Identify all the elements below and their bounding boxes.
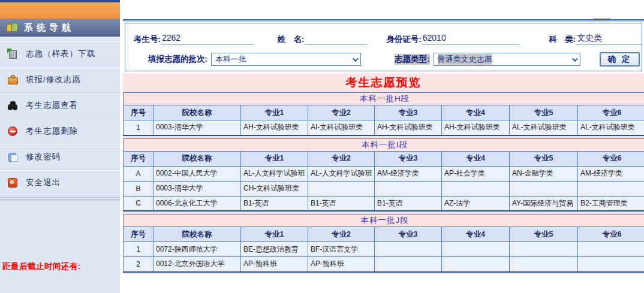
wish-preview-panel: 考生志愿预览 本科一批H段序号院校名称专业1专业2专业3专业4专业5专业6100… [123, 73, 644, 274]
major-cell [442, 242, 510, 257]
batch-label: 填报志愿的批次: [148, 54, 207, 65]
major-cell: AM-经济学类 [375, 166, 442, 181]
column-header: 专业5 [510, 151, 578, 166]
major-cell [442, 181, 510, 196]
major-cell: B1-英语 [308, 196, 375, 211]
clipboard-icon [7, 152, 19, 163]
column-header: 专业4 [442, 151, 510, 166]
column-header: 专业3 [375, 151, 442, 166]
sidebar-menu: 志愿（样表）下载填报/修改志愿考生志愿查看考生志愿删除修改密码安全退出 [0, 37, 120, 196]
major-cell [442, 257, 510, 272]
column-header: 专业5 [510, 227, 578, 242]
major-cell [510, 257, 578, 272]
section-title: 本科一批J段 [124, 215, 644, 227]
confirm-button[interactable]: 确 定 [600, 52, 640, 67]
column-header: 专业5 [510, 105, 578, 120]
batch-select-value: 本科一批 [215, 54, 246, 65]
college-cell: 0012-北京外国语大学 [154, 257, 241, 272]
major-cell: AP-预科班 [241, 257, 308, 272]
sidebar-orange-banner [0, 2, 120, 19]
major-cell: AI-文科试验班类 [308, 120, 375, 135]
serial-cell: C [124, 196, 154, 211]
wish-type-select[interactable]: 普通类文史志愿 [434, 53, 580, 66]
preview-title: 考生志愿预览 [123, 73, 644, 92]
section-title: 本科一批I段 [124, 138, 644, 151]
column-header: 专业6 [578, 227, 644, 242]
column-header: 院校名称 [154, 105, 241, 120]
sidebar-item-1[interactable]: 填报/修改志愿 [0, 67, 120, 93]
major-cell: AH-文科试验班类 [241, 120, 308, 135]
sidebar-item-5[interactable]: 安全退出 [0, 170, 120, 196]
section-title: 本科一批H段 [124, 93, 644, 105]
serial-cell: B [124, 181, 154, 196]
exam-no-label: 考生号: [134, 34, 161, 45]
sidebar-item-label: 考生志愿删除 [26, 126, 78, 137]
major-cell [375, 181, 442, 196]
column-header: 序号 [124, 227, 154, 242]
major-cell: AH-文科试验班类 [442, 120, 510, 135]
preview-tables: 本科一批H段序号院校名称专业1专业2专业3专业4专业5专业610003-清华大学… [123, 92, 644, 273]
top-separator-notch [594, 19, 610, 20]
table-row: 10003-清华大学AH-文科试验班类AI-文科试验班类AH-文科试验班类AH-… [124, 120, 644, 135]
major-cell: AM-经济学类 [578, 166, 644, 181]
serial-cell: 1 [124, 242, 154, 257]
sidebar-item-0[interactable]: 志愿（样表）下载 [0, 41, 120, 67]
major-cell: AN-金融学类 [510, 166, 578, 181]
serial-cell: A [124, 166, 154, 181]
major-cell [578, 257, 644, 272]
column-header: 专业1 [241, 151, 308, 166]
batch-select[interactable]: 本科一批 [211, 53, 361, 66]
column-header: 专业2 [308, 227, 375, 242]
major-cell: AY-国际经济与贸易 [510, 196, 578, 211]
college-cell: 0003-清华大学 [154, 181, 241, 196]
major-cell: AL-文科试验班类 [510, 120, 578, 135]
batch-select-row: 填报志愿的批次: 本科一批 志愿类型: 普通类文史志愿 确 定 [125, 52, 642, 67]
wish-type-label: 志愿类型: [395, 54, 430, 65]
exam-no-input[interactable]: 2262 [161, 33, 254, 45]
major-cell: BE-思想政治教育 [241, 242, 308, 257]
column-header: 专业1 [241, 227, 308, 242]
major-cell: AP-社会学类 [442, 166, 510, 181]
delete-icon [7, 126, 19, 137]
major-cell: AL-人文科学试验班 [241, 166, 308, 181]
sidebar-item-label: 填报/修改志愿 [26, 74, 81, 85]
major-cell: CH-文科试验班类 [241, 181, 308, 196]
column-header: 专业3 [375, 105, 442, 120]
wish-type-select-value: 普通类文史志愿 [438, 54, 492, 65]
sidebar-item-label: 安全退出 [26, 177, 61, 188]
exit-icon [7, 177, 19, 189]
major-cell [510, 242, 578, 257]
major-cell [578, 181, 644, 196]
sidebar: 系统导航 志愿（样表）下载填报/修改志愿考生志愿查看考生志愿删除修改密码安全退出… [0, 0, 120, 293]
binoculars-icon [7, 100, 19, 111]
sidebar-item-label: 考生志愿查看 [26, 100, 78, 111]
column-header: 专业4 [442, 105, 510, 120]
chevron-down-icon [353, 56, 359, 62]
major-cell [375, 257, 442, 272]
major-cell: B2-工商管理类 [578, 196, 644, 211]
table-row: 10072-陕西师范大学BE-思想政治教育BF-汉语言文学 [124, 242, 644, 257]
preview-table-1: 本科一批I段序号院校名称专业1专业2专业3专业4专业5专业6A0002-中国人民… [123, 138, 644, 212]
candidate-info-panel: 考生号: 2262 姓 名: 身份证号: 62010 科 类: 文史类 填报志愿… [125, 23, 642, 71]
name-input[interactable] [305, 33, 368, 45]
sidebar-item-3[interactable]: 考生志愿删除 [0, 119, 120, 144]
sidebar-divider [0, 197, 120, 199]
column-header: 专业6 [578, 151, 644, 166]
college-cell: 0002-中国人民大学 [154, 166, 241, 181]
sidebar-item-2[interactable]: 考生志愿查看 [0, 93, 120, 119]
subject-category-input[interactable]: 文史类 [576, 33, 642, 45]
column-header: 序号 [124, 105, 154, 120]
main-area: 考生号: 2262 姓 名: 身份证号: 62010 科 类: 文史类 填报志愿… [123, 0, 644, 293]
major-cell: AH-文科试验班类 [375, 120, 442, 135]
id-number-input[interactable]: 62010 [422, 33, 520, 45]
preview-table-0: 本科一批H段序号院校名称专业1专业2专业3专业4专业5专业610003-清华大学… [123, 92, 644, 136]
sidebar-item-4[interactable]: 修改密码 [0, 144, 120, 170]
major-cell: AZ-法学 [442, 196, 510, 211]
table-row: B0003-清华大学CH-文科试验班类 [124, 181, 644, 196]
column-header: 专业3 [375, 227, 442, 242]
column-header: 院校名称 [154, 151, 241, 166]
major-cell: B1-英语 [241, 196, 308, 211]
system-nav-icon [6, 22, 19, 33]
preview-table-2: 本科一批J段序号院校名称专业1专业2专业3专业4专业5专业610072-陕西师范… [123, 214, 644, 273]
college-cell: 0006-北京化工大学 [154, 196, 241, 211]
